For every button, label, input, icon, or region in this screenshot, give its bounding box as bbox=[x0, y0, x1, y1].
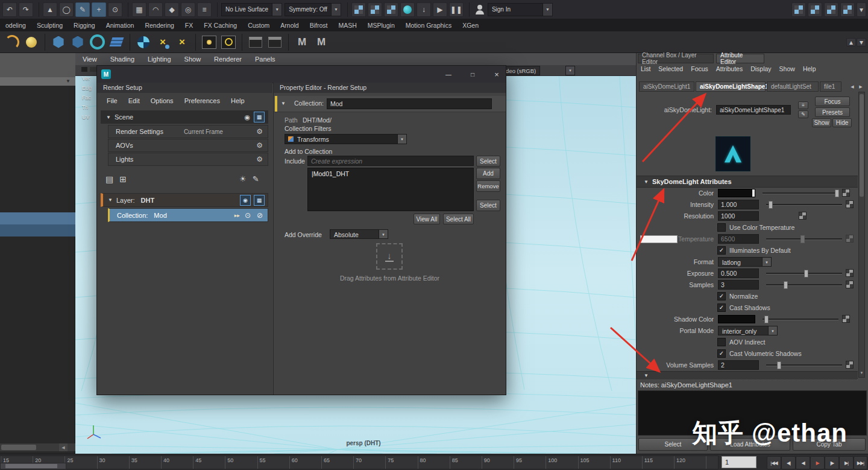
node-name-field[interactable]: aiSkyDomeLightShape1 bbox=[716, 105, 791, 115]
presets-button[interactable]: Presets bbox=[815, 107, 850, 117]
collection-name-field[interactable]: Mod bbox=[327, 98, 492, 109]
menu-item[interactable]: Display bbox=[750, 65, 771, 72]
window-title-bar[interactable]: M — □ × bbox=[97, 66, 506, 83]
intensity-input[interactable]: 1.000 bbox=[718, 200, 759, 209]
chevron-down-icon[interactable]: ▼ bbox=[565, 66, 575, 75]
chevron-down-icon[interactable]: ▼ bbox=[379, 229, 388, 239]
scene-tree-item[interactable]: ▼ Scene ◉ ▦ bbox=[101, 110, 268, 124]
pin-icon-button[interactable]: ✎ bbox=[798, 110, 808, 118]
volume-samples-slider[interactable] bbox=[766, 360, 842, 369]
include-expression-input[interactable] bbox=[307, 156, 474, 166]
tab-attribute-editor[interactable]: Attribute Editor bbox=[716, 54, 764, 63]
next-section-header[interactable]: ▼ bbox=[637, 371, 858, 380]
chevron-down-icon[interactable]: ▼ bbox=[398, 134, 407, 144]
collection-member-list[interactable]: |Mod01_DHT bbox=[307, 168, 474, 211]
tab-channel-box[interactable]: Channel Box / Layer Editor bbox=[638, 54, 714, 63]
create-layer-icon[interactable]: ▤ bbox=[105, 174, 113, 184]
isolate-icon[interactable]: ▸▸ bbox=[234, 212, 240, 218]
texture-map-icon[interactable] bbox=[842, 189, 850, 197]
render-settings-icon[interactable] bbox=[384, 2, 398, 17]
exposure-input[interactable]: 0.500 bbox=[718, 268, 759, 278]
tab-scroll-right-icon[interactable]: ▶ bbox=[857, 83, 864, 91]
sign-in-dropdown[interactable]: Sign In bbox=[488, 3, 543, 16]
visibility-eye-icon[interactable]: ◉ bbox=[244, 113, 250, 121]
samples-input[interactable]: 3 bbox=[718, 280, 759, 290]
menu-set-tab[interactable]: Arnold bbox=[275, 22, 304, 29]
workspace-layout-icon[interactable] bbox=[840, 2, 855, 17]
samples-slider[interactable] bbox=[766, 280, 842, 289]
list-history-icon-button[interactable]: ≡ bbox=[798, 101, 808, 109]
panel-menu-item[interactable]: View bbox=[83, 56, 97, 63]
show-button[interactable]: Show bbox=[812, 118, 831, 127]
delete-history-icon[interactable]: × bbox=[154, 34, 171, 51]
menu-item[interactable]: Selected bbox=[658, 65, 683, 72]
live-surface-dropdown[interactable]: No Live Surface bbox=[221, 3, 272, 16]
layer-row-dht[interactable]: ▼ Layer: DHT ◉ ▦ bbox=[101, 193, 268, 207]
gear-icon[interactable]: ⚙ bbox=[256, 127, 263, 136]
menu-item[interactable]: Help bbox=[231, 97, 245, 104]
step-forward-button[interactable]: |▶ bbox=[825, 456, 839, 469]
list-item[interactable]: |Mod01_DHT bbox=[308, 168, 473, 177]
scrollbar-left-arrow-icon[interactable]: ◀ bbox=[59, 443, 68, 451]
render-view-toggle-icon[interactable] bbox=[400, 2, 415, 17]
move-tool-icon[interactable]: + bbox=[92, 2, 106, 17]
texture-map-icon[interactable] bbox=[846, 200, 854, 208]
workspace-layout-icon[interactable] bbox=[824, 2, 838, 17]
play-icon[interactable]: ▶ bbox=[433, 2, 447, 17]
time-ruler[interactable]: 1520253035404550556065707580859095100105… bbox=[0, 456, 719, 469]
volume-samples-input[interactable]: 2 bbox=[718, 360, 759, 370]
area-light-icon[interactable] bbox=[201, 34, 218, 51]
menu-set-tab[interactable]: Sculpting bbox=[31, 22, 68, 29]
paint-select-tool-icon[interactable]: ✎ bbox=[75, 2, 90, 17]
select-all-button[interactable]: Select All bbox=[443, 214, 474, 224]
texture-map-icon[interactable] bbox=[842, 315, 850, 323]
vertical-scrollbar[interactable]: ▼ bbox=[858, 92, 865, 378]
aovs-item[interactable]: AOVs ⚙ bbox=[108, 139, 268, 152]
texture-map-icon[interactable] bbox=[846, 281, 854, 288]
go-to-start-button[interactable]: |◀◀ bbox=[767, 456, 781, 469]
renderable-grid-icon[interactable]: ▦ bbox=[254, 112, 265, 122]
pause-icon[interactable]: ❚❚ bbox=[449, 2, 464, 17]
portal-mode-dropdown[interactable]: interior_only bbox=[718, 326, 769, 335]
color-swatch[interactable] bbox=[718, 189, 755, 197]
outliner-selected-item[interactable] bbox=[0, 224, 75, 237]
current-frame-field[interactable] bbox=[722, 456, 756, 468]
menu-set-tab[interactable]: Bifrost bbox=[304, 22, 333, 29]
scrollbar-down-arrow-icon[interactable]: ▼ bbox=[859, 371, 864, 377]
focus-button[interactable]: Focus bbox=[815, 97, 850, 106]
node-tab-aiskydomelightshape1[interactable]: aiSkyDomeLightShape1 bbox=[696, 81, 766, 92]
cast-volumetric-shadows-checkbox[interactable] bbox=[717, 349, 726, 358]
chevron-down-icon[interactable]: ▼ bbox=[272, 3, 282, 16]
menu-set-tab[interactable]: MASH bbox=[333, 22, 362, 29]
menu-set-tab[interactable]: FX bbox=[180, 22, 198, 29]
collapse-arrow-icon[interactable]: ▼ bbox=[106, 115, 111, 120]
texture-map-icon[interactable] bbox=[846, 269, 854, 277]
make-live-icon[interactable]: ≡ bbox=[197, 2, 212, 17]
normalize-checkbox[interactable] bbox=[717, 292, 726, 300]
override-mode-dropdown[interactable]: Absolute bbox=[330, 229, 379, 239]
go-to-end-button[interactable]: ▶▶| bbox=[854, 456, 867, 469]
lasso-tool-icon[interactable]: ◯ bbox=[59, 2, 74, 17]
undo-icon[interactable]: ↶ bbox=[2, 2, 17, 17]
light-editor-icon[interactable]: ☀ bbox=[239, 174, 247, 183]
outliner-filter-dropdown[interactable]: ▼ bbox=[0, 77, 75, 86]
skydome-light-icon[interactable] bbox=[220, 34, 237, 51]
temperature-slider[interactable] bbox=[766, 234, 842, 243]
shadow-color-swatch[interactable] bbox=[718, 315, 755, 323]
resolution-input[interactable]: 1000 bbox=[718, 211, 759, 221]
clapperboard-icon[interactable] bbox=[266, 34, 283, 51]
toolbar-more-icon[interactable]: ▾ bbox=[857, 2, 866, 17]
rotate-tool-icon[interactable]: ⊙ bbox=[108, 2, 122, 17]
cast-shadows-checkbox[interactable] bbox=[717, 303, 726, 312]
create-collection-icon[interactable]: ⊞ bbox=[119, 174, 127, 184]
menu-item[interactable]: Show bbox=[779, 65, 795, 72]
menu-item[interactable]: Edit bbox=[128, 97, 140, 104]
render-settings-item[interactable]: Render Settings Current Frame ⚙ bbox=[108, 125, 268, 138]
chevron-down-icon[interactable]: ▼ bbox=[769, 326, 778, 335]
chevron-down-icon[interactable]: ▼ bbox=[543, 3, 553, 16]
texture-map-icon[interactable] bbox=[799, 212, 807, 220]
poly-sphere-icon[interactable] bbox=[50, 34, 67, 51]
texture-map-icon[interactable] bbox=[846, 235, 854, 243]
curve-tool-icon[interactable] bbox=[4, 34, 20, 51]
menu-item[interactable]: File bbox=[107, 97, 118, 104]
